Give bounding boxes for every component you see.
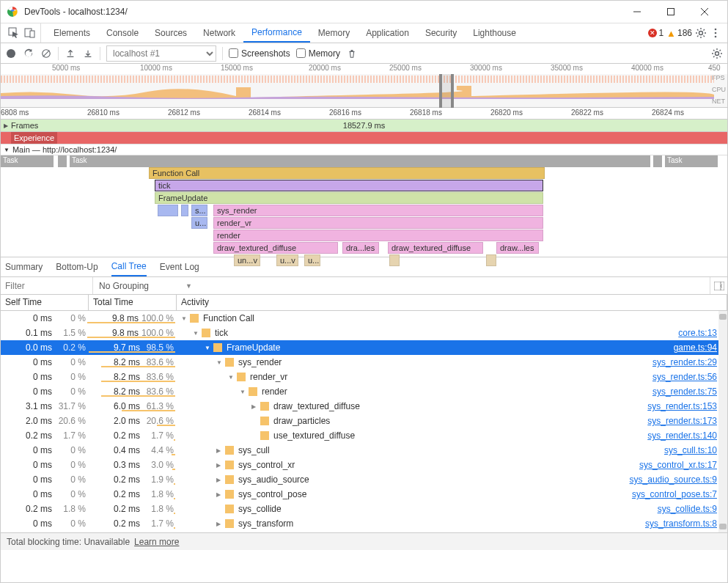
tree-row[interactable]: 0.0 ms0.2 %9.7 ms98.5 %FrameUpdategame.t… — [1, 340, 727, 355]
expand-icon[interactable] — [240, 388, 247, 395]
flame-block[interactable]: u... — [304, 254, 320, 266]
tree-row[interactable]: 0 ms0 %8.2 ms83.6 %rendersys_render.ts:7… — [1, 384, 727, 399]
flame-block[interactable]: un...v — [234, 254, 260, 266]
screenshots-checkbox[interactable]: Screenshots — [229, 48, 290, 59]
flame-block[interactable] — [181, 205, 188, 216]
window-maximize-button[interactable] — [654, 1, 688, 23]
col-self-time[interactable]: Self Time — [1, 295, 89, 310]
source-link[interactable]: sys_render.ts:140 — [647, 430, 727, 441]
expand-icon[interactable] — [251, 403, 259, 410]
tree-row[interactable]: 3.1 ms31.7 %6.0 ms61.3 %draw_textured_di… — [1, 399, 727, 414]
tree-row[interactable]: 0 ms0 %8.2 ms83.6 %sys_rendersys_render.… — [1, 355, 727, 370]
task-bar[interactable]: Task — [665, 155, 718, 167]
tab-memory[interactable]: Memory — [310, 23, 358, 43]
recordings-select[interactable]: localhost #1 — [106, 45, 216, 62]
heaviest-stack-toggle[interactable] — [710, 277, 727, 294]
task-bar[interactable] — [653, 155, 662, 167]
tree-row[interactable]: 0.1 ms1.5 %9.8 ms100.0 %tickcore.ts:13 — [1, 326, 727, 340]
source-link[interactable]: sys_render.ts:153 — [647, 401, 727, 411]
flame-block[interactable] — [158, 205, 178, 216]
flame-block[interactable]: u... — [191, 217, 207, 229]
expand-icon[interactable] — [216, 476, 224, 483]
expand-icon[interactable] — [216, 447, 224, 454]
capture-settings-icon[interactable] — [711, 48, 723, 59]
expand-icon[interactable] — [205, 344, 212, 351]
garbage-collect-button[interactable] — [346, 48, 358, 59]
task-bar[interactable]: Task — [1, 155, 54, 167]
tab-elements[interactable]: Elements — [45, 23, 98, 43]
flame-sys-render[interactable]: sys_render — [213, 205, 543, 216]
source-link[interactable]: sys_render.ts:56 — [652, 372, 727, 382]
overview-selection[interactable] — [439, 74, 454, 108]
task-bar[interactable]: Task — [70, 155, 650, 167]
tree-row[interactable]: 0 ms0 %0.3 ms3.0 %sys_control_xrsys_cont… — [1, 458, 727, 472]
tree-row[interactable]: 0.2 ms1.8 %0.2 ms1.8 %sys_collidesys_col… — [1, 502, 727, 516]
device-toolbar-icon[interactable] — [24, 27, 36, 39]
flame-render[interactable]: render — [213, 230, 543, 241]
expand-icon[interactable] — [181, 315, 188, 322]
grouping-select[interactable]: No Grouping ▼ — [92, 277, 198, 294]
window-minimize-button[interactable] — [620, 1, 654, 23]
source-link[interactable]: sys_render.ts:75 — [652, 386, 727, 397]
flame-block[interactable]: draw...les — [496, 242, 539, 254]
flame-block[interactable]: dra...les — [342, 242, 379, 254]
tree-row[interactable]: 0 ms0 %0.2 ms1.9 %sys_audio_sourcesys_au… — [1, 472, 727, 487]
record-button[interactable] — [5, 48, 17, 59]
tree-row[interactable]: 0 ms0 %9.8 ms100.0 %Function Call — [1, 311, 727, 326]
tab-sources[interactable]: Sources — [147, 23, 195, 43]
main-thread-header[interactable]: Main — http://localhost:1234/ — [1, 144, 727, 155]
expand-icon[interactable] — [193, 329, 200, 337]
flame-draw-textured-diffuse[interactable]: draw_textured_diffuse — [388, 242, 483, 254]
tab-lighthouse[interactable]: Lighthouse — [465, 23, 524, 43]
tab-console[interactable]: Console — [98, 23, 147, 43]
expand-icon[interactable] — [216, 491, 224, 498]
expand-icon[interactable] — [228, 373, 235, 381]
source-link[interactable]: sys_transform.ts:8 — [645, 518, 727, 529]
overview-strip[interactable]: 5000 ms10000 ms15000 ms20000 ms25000 ms3… — [1, 64, 727, 108]
source-link[interactable]: sys_control_xr.ts:17 — [639, 460, 727, 470]
source-link[interactable]: sys_render.ts:173 — [647, 416, 727, 426]
source-link[interactable]: sys_audio_source.ts:9 — [630, 474, 727, 485]
tab-performance[interactable]: Performance — [243, 23, 310, 43]
more-icon[interactable] — [710, 27, 721, 39]
tab-application[interactable]: Application — [358, 23, 417, 43]
flame-block[interactable] — [486, 254, 496, 266]
tree-row[interactable]: 0 ms0 %0.2 ms1.8 %sys_control_posesys_co… — [1, 487, 727, 502]
flame-tick[interactable]: tick — [155, 180, 543, 191]
source-link[interactable]: sys_collide.ts:9 — [658, 504, 727, 514]
tree-row[interactable]: 0 ms0 %0.4 ms4.4 %sys_cullsys_cull.ts:10 — [1, 443, 727, 458]
clear-button[interactable] — [40, 48, 52, 59]
expand-icon[interactable] — [4, 146, 10, 153]
source-link[interactable]: sys_control_pose.ts:7 — [632, 489, 727, 499]
col-total-time[interactable]: Total Time — [89, 295, 177, 310]
tree-row[interactable]: 0 ms0 %8.2 ms83.6 %render_vrsys_render.t… — [1, 370, 727, 384]
scrollbar[interactable] — [718, 311, 727, 532]
tree-row[interactable]: 0 ms0 %0.2 ms1.7 %sys_transformsys_trans… — [1, 516, 727, 531]
memory-checkbox[interactable]: Memory — [296, 48, 340, 59]
window-close-button[interactable] — [688, 1, 721, 23]
task-bar[interactable] — [58, 155, 67, 167]
warnings-badge[interactable]: ▲ 186 — [666, 28, 692, 39]
reload-button[interactable] — [23, 48, 34, 59]
learn-more-link[interactable]: Learn more — [134, 537, 179, 547]
flame-block[interactable] — [389, 254, 400, 266]
flame-chart[interactable]: Function Call tick FrameUpdate s... sys_… — [1, 167, 727, 257]
expand-icon[interactable] — [216, 359, 224, 366]
col-activity[interactable]: Activity — [177, 295, 727, 310]
tab-security[interactable]: Security — [417, 23, 465, 43]
flame-block[interactable]: s... — [191, 205, 207, 216]
flame-frameupdate[interactable]: FrameUpdate — [155, 192, 543, 204]
settings-icon[interactable] — [695, 27, 707, 39]
call-tree-body[interactable]: 0 ms0 %9.8 ms100.0 %Function Call0.1 ms1… — [1, 311, 727, 532]
flame-block[interactable]: u...v — [276, 254, 298, 266]
source-link[interactable]: sys_render.ts:29 — [652, 357, 727, 367]
expand-icon[interactable] — [216, 520, 224, 527]
tree-row[interactable]: 2.0 ms20.6 %2.0 ms20.6 %draw_particlessy… — [1, 414, 727, 428]
tree-row[interactable]: 0.2 ms1.7 %0.2 ms1.7 %use_textured_diffu… — [1, 428, 727, 443]
errors-badge[interactable]: ✕ 1 — [648, 28, 663, 38]
expand-icon[interactable] — [216, 461, 224, 469]
flame-render-vr[interactable]: render_vr — [213, 217, 543, 229]
flame-function-call[interactable]: Function Call — [149, 167, 545, 179]
expand-icon[interactable] — [4, 122, 8, 129]
save-profile-button[interactable] — [82, 48, 94, 59]
